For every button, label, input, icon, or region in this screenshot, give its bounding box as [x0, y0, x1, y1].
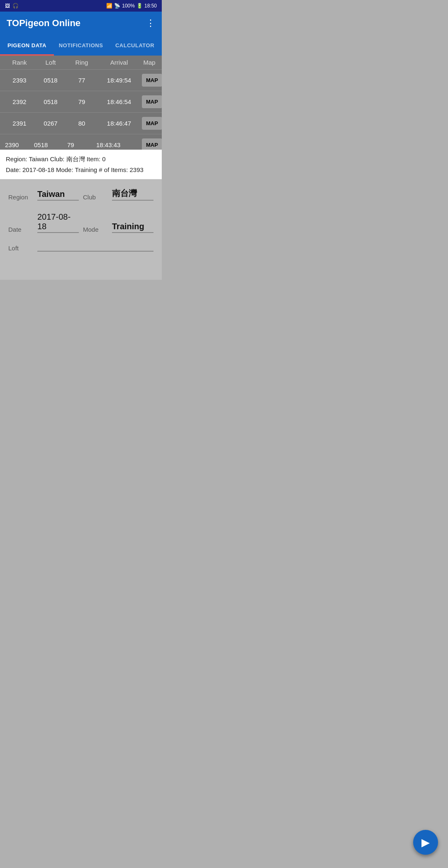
signal-icon: 📡: [114, 3, 120, 9]
date-label: Date: [8, 226, 37, 233]
ring-value: 77: [67, 77, 96, 84]
tab-pigeon-data[interactable]: PIGEON DATA: [0, 35, 54, 56]
ring-value: 79: [67, 98, 96, 105]
loft-value: 0267: [34, 120, 67, 127]
tab-bar: PIGEON DATA NOTIFICATIONS CALCULATOR: [0, 35, 162, 56]
table-container: Rank Loft Ring Arrival Map 2393 0518 77 …: [0, 56, 162, 150]
ring-value: 79: [67, 141, 96, 148]
arrival-value: 18:49:54: [96, 77, 142, 84]
region-value[interactable]: Taiwan: [37, 189, 79, 201]
col-ring: Ring: [67, 59, 96, 66]
rank-value: 2391: [5, 120, 34, 127]
app-title: TOPigeon Online: [7, 18, 80, 29]
club-label: Club: [83, 194, 112, 201]
arrival-value: 18:43:43: [96, 141, 142, 148]
table-row: 2390 0518 79 18:43:43 MAP: [0, 134, 162, 150]
map-button[interactable]: MAP: [142, 74, 162, 87]
date-mode-row: Date 2017-08-18 Mode Training: [8, 212, 153, 233]
headphone-icon: 🎧: [12, 3, 19, 9]
loft-value: 0518: [34, 141, 67, 148]
status-bar: 🖼 🎧 📶 📡 100% 🔋 18:50: [0, 0, 162, 12]
table-row: 2392 0518 79 18:46:54 MAP: [0, 91, 162, 112]
arrival-value: 18:46:47: [96, 120, 142, 127]
status-right: 📶 📡 100% 🔋 18:50: [106, 3, 157, 9]
col-loft: Loft: [34, 59, 67, 66]
map-button[interactable]: MAP: [142, 117, 162, 130]
rank-value: 2392: [5, 98, 34, 105]
time-text: 18:50: [144, 3, 157, 9]
battery-text: 100%: [122, 3, 135, 9]
info-line1: Region: Taiwan Club: 南台灣 Item: 0: [6, 154, 156, 165]
rank-value: 2393: [5, 77, 34, 84]
table-row: 2393 0518 77 18:49:54 MAP: [0, 69, 162, 91]
info-banner: Region: Taiwan Club: 南台灣 Item: 0 Date: 2…: [0, 150, 162, 179]
region-label: Region: [8, 194, 37, 201]
col-rank: Rank: [5, 59, 34, 66]
app-bar: TOPigeon Online ⋮: [0, 12, 162, 35]
info-line2: Date: 2017-08-18 Mode: Training # of Ite…: [6, 165, 156, 175]
table-header: Rank Loft Ring Arrival Map: [0, 56, 162, 69]
filter-panel: Region Taiwan Club 南台灣 Date 2017-08-18 M…: [0, 179, 162, 280]
more-options-icon[interactable]: ⋮: [146, 18, 155, 29]
map-button[interactable]: MAP: [142, 138, 162, 150]
map-button[interactable]: MAP: [142, 95, 162, 108]
loft-label: Loft: [8, 245, 37, 252]
date-value[interactable]: 2017-08-18: [37, 212, 79, 233]
tab-calculator[interactable]: CALCULATOR: [108, 35, 162, 56]
wifi-icon: 📶: [106, 3, 112, 9]
loft-value: 0518: [34, 77, 67, 84]
table-row: 2391 0267 80 18:46:47 MAP: [0, 112, 162, 134]
mode-label: Mode: [83, 226, 112, 233]
col-arrival: Arrival: [96, 59, 142, 66]
loft-row: Loft: [8, 245, 153, 252]
arrival-value: 18:46:54: [96, 98, 142, 105]
col-map: Map: [142, 59, 157, 66]
battery-icon: 🔋: [136, 3, 143, 9]
loft-value: 0518: [34, 98, 67, 105]
image-icon: 🖼: [5, 3, 10, 9]
rank-value: 2390: [5, 141, 34, 148]
status-left: 🖼 🎧: [5, 3, 19, 9]
club-value[interactable]: 南台灣: [112, 188, 153, 201]
loft-value[interactable]: [37, 250, 153, 252]
mode-value[interactable]: Training: [112, 222, 153, 233]
region-club-row: Region Taiwan Club 南台灣: [8, 188, 153, 201]
tab-notifications[interactable]: NOTIFICATIONS: [54, 35, 108, 56]
ring-value: 80: [67, 120, 96, 127]
